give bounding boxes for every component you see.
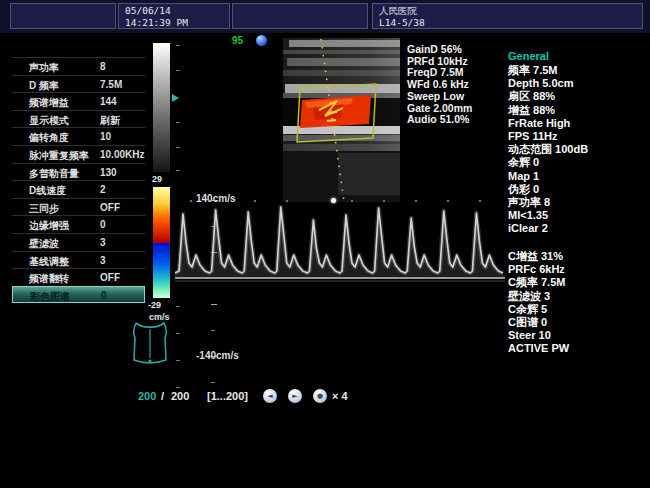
param-value: 3 (100, 237, 106, 248)
scale-tick (211, 330, 215, 331)
param-label: 壁滤波 (29, 237, 59, 251)
topbar-cell-empty-1 (10, 3, 116, 29)
sidebar-param-row[interactable]: 彩色图谱0 (12, 286, 145, 304)
doppler-overlay-params: GainD 56%PRFd 10kHzFreqD 7.5MWFd 0.6 kHz… (407, 44, 472, 126)
scale-tick (176, 170, 180, 171)
sidebar-param-row[interactable]: 多普勒音量130 (12, 163, 145, 181)
current-frame-number[interactable]: 200 (138, 390, 156, 402)
param-value: 130 (100, 167, 117, 178)
top-status-bar: 05/06/14 14:21:39 PM 人民医院 L14-5/38 (0, 0, 650, 33)
general-param-line: 声功率 8 (508, 196, 588, 209)
color-param-line: C图谱 0 (508, 316, 569, 329)
sample-gate-bottom[interactable] (327, 120, 336, 121)
scale-tick (176, 333, 180, 334)
right-panel-general-list: 频率 7.5MDepth 5.0cm扇区 88%增益 88%FrRate Hig… (508, 64, 588, 236)
param-value: 2 (100, 184, 106, 195)
scale-tick (176, 122, 180, 123)
play-button[interactable]: ► (288, 389, 302, 403)
general-param-line: 增益 88% (508, 104, 588, 117)
topbar-cell-empty-2 (232, 3, 368, 29)
right-panel-color-list: C增益 31%PRFc 6kHzC频率 7.5M壁滤波 3C余辉 5C图谱 0S… (508, 250, 569, 356)
sidebar-param-row[interactable]: 边缘增强0 (12, 215, 145, 233)
param-value: 0 (100, 219, 106, 230)
right-panel-header: General (508, 50, 549, 62)
sidebar-param-row[interactable]: 脉冲重复频率10.00KHz (12, 145, 145, 163)
focus-marker-icon (172, 94, 179, 102)
color-param-line: C频率 7.5M (508, 276, 569, 289)
general-param-line: 伪彩 0 (508, 183, 588, 196)
hospital-name: 人民医院 (379, 5, 642, 17)
doppler-param-line: Audio 51.0% (407, 114, 472, 126)
scale-tick (176, 306, 180, 307)
param-label: 频谱增益 (29, 96, 69, 110)
param-label: 显示模式 (29, 114, 69, 128)
sidebar-params: 声功率8D 频率7.5M频谱增益144显示模式刷新偏转角度10脉冲重复频率10.… (12, 57, 145, 303)
color-param-line: ACTIVE PW (508, 342, 569, 355)
param-label: 声功率 (29, 61, 59, 75)
sidebar-param-row[interactable]: 三同步OFF (12, 198, 145, 216)
param-label: 脉冲重复频率 (29, 149, 89, 163)
scale-tick (176, 45, 180, 46)
color-param-line: 壁滤波 3 (508, 290, 569, 303)
param-value: 3 (100, 255, 106, 266)
color-param-line: Steer 10 (508, 329, 569, 342)
spectral-scale-bottom: -140cm/s (196, 350, 239, 361)
param-label: 边缘增强 (29, 219, 69, 233)
general-param-line: Map 1 (508, 170, 588, 183)
param-label: 频谱翻转 (29, 272, 69, 286)
prev-frame-button[interactable]: ◄ (263, 389, 277, 403)
color-doppler-bar-negative (153, 243, 170, 298)
active-mode-indicator-icon (256, 35, 267, 46)
param-label: D 频率 (29, 79, 59, 93)
stop-button[interactable]: ● (313, 389, 327, 403)
frame-range-label: [1...200] (207, 390, 248, 402)
general-param-line: 频率 7.5M (508, 64, 588, 77)
general-param-line: MI<1.35 (508, 209, 588, 222)
param-value: OFF (100, 272, 120, 283)
param-value: OFF (100, 202, 120, 213)
param-value: 0 (101, 290, 107, 301)
sidebar-param-row[interactable]: 偏转角度10 (12, 127, 145, 145)
param-label: 彩色图谱 (30, 290, 70, 304)
doppler-param-line: GainD 56% (407, 44, 472, 56)
param-label: 多普勒音量 (29, 167, 79, 181)
general-param-line: 动态范围 100dB (508, 143, 588, 156)
param-label: D线速度 (29, 184, 66, 198)
color-param-line: C余辉 5 (508, 303, 569, 316)
general-param-line: 扇区 88% (508, 90, 588, 103)
doppler-param-line: Sweep Low (407, 91, 472, 103)
color-scale-bottom-label: -29 (148, 300, 161, 310)
param-value: 7.5M (100, 79, 122, 90)
param-value: 10 (100, 131, 111, 142)
general-param-line: FrRate High (508, 117, 588, 130)
sample-gate-top[interactable] (328, 112, 337, 113)
time-text: 14:21:39 PM (125, 17, 229, 29)
sidebar-param-row[interactable]: 壁滤波3 (12, 233, 145, 251)
scale-tick (176, 70, 180, 71)
probe-model: L14-5/38 (379, 17, 642, 29)
hospital-probe-cell: 人民医院 L14-5/38 (372, 3, 643, 29)
bmode-ultrasound-image[interactable] (283, 38, 400, 202)
param-label: 基线调整 (29, 255, 69, 269)
sidebar-param-row[interactable]: 显示模式刷新 (12, 110, 145, 128)
bmode-gain-number: 95 (232, 35, 243, 46)
color-param-line: PRFc 6kHz (508, 263, 569, 276)
param-label: 三同步 (29, 202, 59, 216)
sidebar-param-row[interactable]: 频谱翻转OFF (12, 268, 145, 286)
sidebar-param-row[interactable]: 频谱增益144 (12, 92, 145, 110)
scale-tick (176, 360, 180, 361)
sidebar-param-row[interactable]: D线速度2 (12, 180, 145, 198)
sidebar-param-row[interactable]: 声功率8 (12, 57, 145, 75)
datetime-cell: 05/06/14 14:21:39 PM (118, 3, 230, 29)
sidebar-param-row[interactable]: D 频率7.5M (12, 75, 145, 93)
date-text: 05/06/14 (125, 5, 229, 17)
general-param-line: FPS 11Hz (508, 130, 588, 143)
color-doppler-bar-positive (153, 187, 170, 243)
body-marker-icon (130, 320, 170, 366)
speed-multiplier: × 4 (332, 390, 348, 402)
param-value: 8 (100, 61, 106, 72)
sidebar-param-row[interactable]: 基线调整3 (12, 251, 145, 269)
total-frames: 200 (171, 390, 189, 402)
general-param-line: Depth 5.0cm (508, 77, 588, 90)
frame-separator: / (161, 390, 164, 402)
